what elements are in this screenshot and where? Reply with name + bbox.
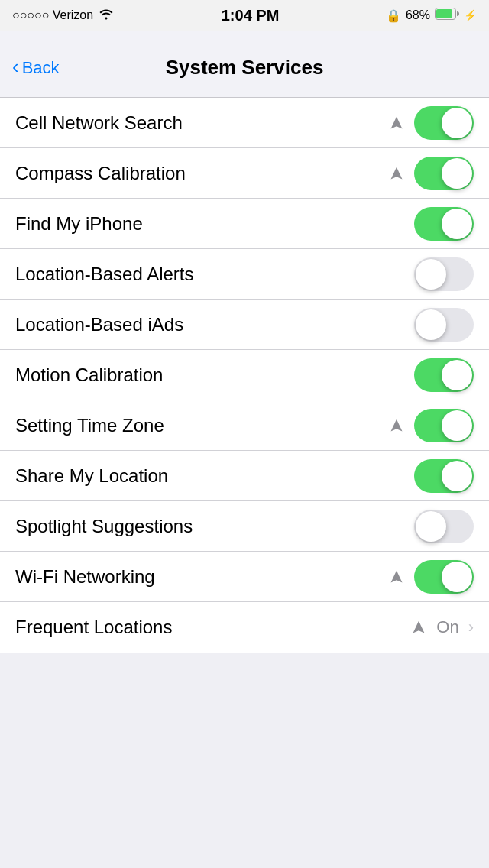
label-compass-calibration: Compass Calibration [15,163,186,184]
toggle-setting-time-zone[interactable] [414,409,474,442]
back-chevron-icon: ‹ [12,55,19,79]
status-battery: 🔒 68% ⚡ [386,8,477,23]
settings-row-find-my-iphone[interactable]: Find My iPhone [0,199,489,249]
label-share-my-location: Share My Location [15,465,168,487]
location-arrow-icon [388,165,405,182]
label-find-my-iphone: Find My iPhone [15,213,143,235]
chevron-right-icon: › [468,617,474,637]
toggle-location-based-iads[interactable] [414,308,474,342]
location-arrow-icon [410,619,427,636]
wifi-icon [98,8,115,23]
toggle-cell-network-search[interactable] [414,106,474,140]
toggle-find-my-iphone[interactable] [414,207,474,241]
svg-rect-1 [436,9,452,18]
lock-icon: 🔒 [386,8,401,23]
status-time: 1:04 PM [222,7,280,24]
page-title: System Services [166,56,324,79]
toggle-knob [416,259,446,290]
label-setting-time-zone: Setting Time Zone [15,415,164,436]
toggle-wifi-networking[interactable] [414,560,474,594]
nav-bar: ‹ Back System Services [0,31,489,98]
battery-pct: 68% [406,8,430,22]
label-wifi-networking: Wi-Fi Networking [15,566,155,588]
settings-row-compass-calibration[interactable]: Compass Calibration [0,148,489,199]
toggle-knob [442,209,472,239]
toggle-location-based-alerts[interactable] [414,257,474,291]
back-button[interactable]: ‹ Back [12,57,60,79]
location-arrow-icon [388,115,405,131]
status-carrier: ○○○○○ Verizon [12,8,115,23]
settings-row-setting-time-zone[interactable]: Setting Time Zone [0,400,489,451]
toggle-knob [416,309,446,340]
settings-row-wifi-networking[interactable]: Wi-Fi Networking [0,552,489,602]
carrier-text: ○○○○○ Verizon [12,8,93,22]
toggle-compass-calibration[interactable] [414,157,474,190]
charging-icon: ⚡ [464,9,477,21]
label-location-based-iads: Location-Based iAds [15,314,183,335]
battery-icon [435,8,459,23]
toggle-spotlight-suggestions[interactable] [414,510,474,543]
settings-row-share-my-location[interactable]: Share My Location [0,451,489,501]
settings-row-motion-calibration[interactable]: Motion Calibration [0,350,489,400]
toggle-knob [442,461,472,491]
toggle-knob [442,410,472,441]
toggle-knob [442,108,472,138]
toggle-knob [416,511,446,542]
location-arrow-icon [388,568,405,585]
label-cell-network-search: Cell Network Search [15,112,183,134]
settings-row-frequent-locations[interactable]: Frequent Locations On› [0,602,489,653]
settings-list: Cell Network Search Compass Calibration … [0,98,489,653]
location-arrow-icon [388,417,405,434]
status-bar: ○○○○○ Verizon 1:04 PM 🔒 68% ⚡ [0,0,489,31]
back-label: Back [22,58,60,78]
label-spotlight-suggestions: Spotlight Suggestions [15,516,193,537]
toggle-knob [442,562,472,592]
toggle-motion-calibration[interactable] [414,358,474,392]
label-frequent-locations: Frequent Locations [15,617,172,638]
toggle-knob [442,360,472,390]
label-motion-calibration: Motion Calibration [15,364,163,386]
value-frequent-locations: On [436,617,458,637]
label-location-based-alerts: Location-Based Alerts [15,264,193,285]
toggle-knob [442,158,472,189]
settings-row-location-based-iads[interactable]: Location-Based iAds [0,300,489,350]
settings-row-cell-network-search[interactable]: Cell Network Search [0,98,489,148]
toggle-share-my-location[interactable] [414,459,474,493]
settings-row-spotlight-suggestions[interactable]: Spotlight Suggestions [0,501,489,552]
settings-row-location-based-alerts[interactable]: Location-Based Alerts [0,249,489,300]
